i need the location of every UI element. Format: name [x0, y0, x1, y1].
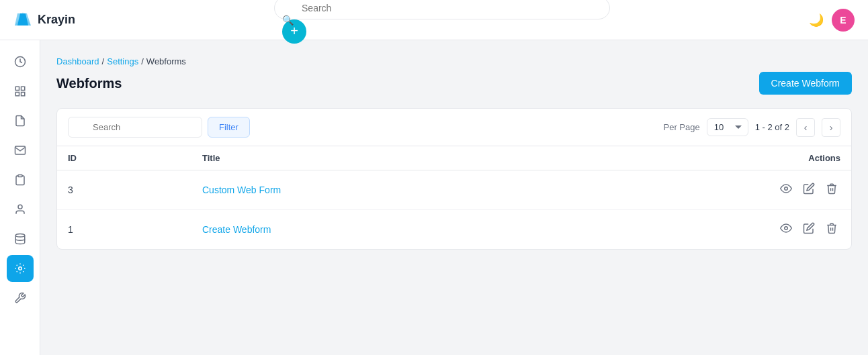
row-2-title: Create Webform: [191, 210, 549, 250]
row-2-edit-icon[interactable]: [800, 219, 818, 240]
main-content: Dashboard / Settings / Webforms Webforms…: [40, 40, 868, 355]
row-2-view-icon[interactable]: [777, 219, 795, 240]
row-1-delete-icon[interactable]: [823, 180, 840, 200]
table-body: 3 Custom Web Form: [57, 170, 851, 250]
global-search-icon: 🔍: [282, 15, 294, 26]
sidebar-item-person[interactable]: [7, 196, 34, 223]
svg-point-14: [785, 187, 788, 191]
user-avatar[interactable]: E: [832, 9, 855, 32]
svg-rect-5: [21, 87, 24, 90]
header-right: 🌙 E: [809, 9, 855, 32]
header: Krayin 🔍 + 🌙 E: [0, 0, 868, 40]
table-header-row: ID Title Actions: [57, 146, 851, 170]
sidebar: [0, 40, 40, 355]
pagination-prev-button[interactable]: ‹: [796, 118, 815, 137]
dark-mode-icon[interactable]: 🌙: [809, 13, 824, 28]
table-toolbar: Filter Per Page 10 25 50 100 1 - 2 of 2 …: [57, 109, 851, 146]
col-title: Title: [191, 146, 549, 170]
per-page-label: Per Page: [663, 122, 699, 132]
page-header: Webforms Create Webform: [56, 72, 852, 95]
page-title: Webforms: [56, 76, 122, 91]
table-card: Filter Per Page 10 25 50 100 1 - 2 of 2 …: [56, 108, 852, 250]
col-id: ID: [57, 146, 191, 170]
table-search-wrap: [68, 117, 202, 138]
breadcrumb-current: Webforms: [146, 56, 186, 66]
table-row: 3 Custom Web Form: [57, 170, 851, 210]
row-2-delete-icon[interactable]: [823, 219, 840, 240]
table-search-input[interactable]: [68, 117, 202, 138]
sidebar-item-clipboard[interactable]: [7, 166, 34, 193]
create-webform-button[interactable]: Create Webform: [759, 72, 852, 95]
table-head: ID Title Actions: [57, 146, 851, 170]
global-search-input[interactable]: [274, 0, 610, 19]
svg-point-11: [18, 267, 21, 270]
table-row: 1 Create Webform: [57, 210, 851, 250]
row-2-id: 1: [57, 210, 191, 250]
row-1-actions: [549, 170, 851, 210]
row-1-id: 3: [57, 170, 191, 210]
global-search-area: 🔍 +: [274, 0, 610, 44]
row-1-title-link[interactable]: Custom Web Form: [202, 185, 281, 195]
svg-rect-6: [15, 93, 19, 96]
svg-point-9: [18, 205, 22, 209]
webforms-table: ID Title Actions 3 Custom Web Form: [57, 146, 851, 249]
breadcrumb: Dashboard / Settings / Webforms: [56, 56, 852, 66]
sidebar-item-database[interactable]: [7, 225, 34, 252]
col-actions: Actions: [549, 146, 851, 170]
sidebar-item-grid[interactable]: [7, 78, 34, 105]
app-name: Krayin: [38, 13, 75, 27]
toolbar-left: Filter: [68, 117, 250, 138]
sidebar-item-wrench[interactable]: [7, 285, 34, 311]
row-1-actions-cell: [560, 180, 840, 200]
breadcrumb-sep-2: /: [141, 56, 144, 66]
logo-area: Krayin: [13, 11, 75, 30]
filter-button[interactable]: Filter: [208, 117, 250, 138]
row-1-edit-icon[interactable]: [800, 180, 818, 200]
row-1-view-icon[interactable]: [777, 180, 795, 200]
pagination-next-button[interactable]: ›: [822, 118, 840, 137]
per-page-select[interactable]: 10 25 50 100: [707, 118, 748, 136]
svg-point-10: [15, 234, 25, 238]
svg-rect-8: [18, 175, 22, 177]
sidebar-item-clock[interactable]: [7, 48, 34, 75]
row-2-actions-cell: [560, 219, 840, 240]
breadcrumb-sep-1: /: [102, 56, 105, 66]
row-2-actions: [549, 210, 851, 250]
svg-rect-7: [21, 93, 24, 96]
sidebar-item-document[interactable]: [7, 107, 34, 134]
sidebar-item-mail[interactable]: [7, 137, 34, 164]
pagination-info: 1 - 2 of 2: [755, 122, 789, 132]
sidebar-item-settings[interactable]: [7, 255, 34, 282]
row-1-title: Custom Web Form: [191, 170, 549, 210]
toolbar-right: Per Page 10 25 50 100 1 - 2 of 2 ‹ ›: [663, 118, 840, 137]
krayin-logo-icon: [13, 11, 32, 30]
svg-rect-4: [15, 87, 19, 90]
row-2-title-link[interactable]: Create Webform: [202, 224, 271, 235]
breadcrumb-settings[interactable]: Settings: [107, 56, 138, 66]
breadcrumb-dashboard[interactable]: Dashboard: [56, 56, 99, 66]
svg-point-15: [785, 227, 788, 230]
